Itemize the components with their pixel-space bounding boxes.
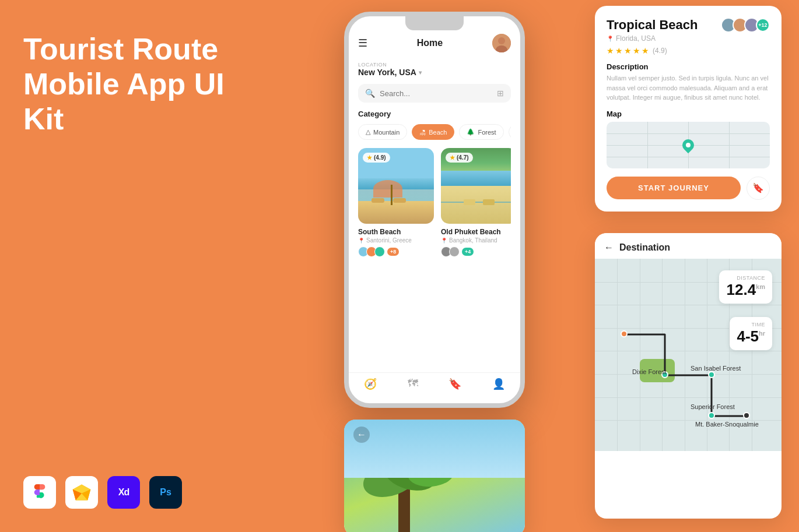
map-grid-line (647, 122, 648, 168)
destination-card-phuket[interactable]: ★ (4.7) Old Phuket Beach 📍 Bangkok, Thai… (441, 148, 511, 257)
location-value[interactable]: New York, USA ▾ (358, 68, 511, 77)
location-label: LOCATION (358, 62, 511, 68)
svg-point-7 (498, 37, 505, 44)
pin-icon: 📍 (441, 238, 447, 244)
destination-image-1: ★ (4.9) (358, 148, 434, 224)
bottom-card-back-row: ← (353, 427, 370, 443)
xd-icon: Xd (107, 476, 140, 509)
nav-map[interactable]: 🗺 (408, 378, 418, 390)
bottom-navigation: 🧭 🗺 🔖 👤 (349, 372, 520, 395)
destination-location-1: 📍 Santorini, Greece (358, 237, 434, 244)
distance-value: 12.4km (726, 281, 765, 299)
sky (344, 420, 525, 478)
route-stop-3-dot (708, 412, 715, 419)
route-label-superior: Superior Forest (691, 403, 735, 410)
mountain-icon: △ (366, 128, 370, 136)
detail-participants: +12 (721, 17, 770, 33)
location-section: LOCATION New York, USA ▾ (358, 62, 511, 77)
more-participants-2: +4 (462, 248, 474, 256)
rating-badge-2: ★ (4.7) (446, 153, 473, 163)
category-city[interactable]: 🏙 (509, 124, 511, 140)
start-journey-button[interactable]: START JOURNEY (607, 177, 741, 199)
phone-screen: ☰ Home LOCATION New York, USA ▾ 🔍 ⊞ (349, 16, 520, 403)
route-label-mtbaker: Mt. Baker-Snoqualmie (695, 421, 759, 428)
star-1: ★ (607, 46, 614, 55)
map-pin-center (686, 143, 691, 147)
time-value: 4-5hr (737, 327, 765, 346)
rating-number: (4.9) (653, 47, 667, 55)
route-label-sanisabel: San Isabel Forest (691, 365, 741, 372)
destination-name-1: South Beach (358, 228, 434, 236)
phone-header: ☰ Home (358, 34, 511, 52)
nav-profile[interactable]: 👤 (492, 378, 505, 390)
filter-icon[interactable]: ⊞ (497, 89, 504, 98)
category-label: Category (358, 110, 511, 118)
dropdown-arrow: ▾ (419, 69, 422, 76)
main-title: Tourist Route Mobile App UI Kit (23, 32, 268, 136)
star-4: ★ (633, 46, 640, 55)
detail-header-row: Tropical Beach 📍 Florida, USA +12 (607, 17, 770, 43)
participant-avatar (374, 246, 385, 257)
detail-card: Tropical Beach 📍 Florida, USA +12 ★ ★ ★ … (595, 6, 782, 212)
full-map[interactable]: Dixie Forest San Isabel Forest Superior … (595, 259, 782, 451)
user-avatar[interactable] (492, 34, 511, 52)
participant-count: +12 (756, 18, 770, 32)
destination-title: Destination (619, 242, 670, 253)
sketch-icon (65, 476, 98, 509)
search-icon: 🔍 (365, 89, 375, 98)
figma-icon (23, 476, 56, 509)
star-icon: ★ (367, 154, 372, 161)
left-panel: Tourist Route Mobile App UI Kit (23, 32, 268, 136)
bottom-back-button[interactable]: ← (353, 427, 370, 443)
location-pin-icon: 📍 (607, 36, 614, 42)
destination-cards: ★ (4.9) South Beach 📍 Santorini, Greece … (358, 148, 511, 257)
destination-map-card: ← Destination (595, 233, 782, 519)
center-phone: ☰ Home LOCATION New York, USA ▾ 🔍 ⊞ (344, 12, 525, 408)
category-forest[interactable]: 🌲 Forest (459, 124, 503, 140)
back-button[interactable]: ← (604, 242, 614, 253)
ps-icon: Ps (149, 476, 182, 509)
nav-explore[interactable]: 🧭 (364, 378, 377, 390)
star-2: ★ (615, 46, 623, 55)
detail-location: 📍 Florida, USA (607, 34, 698, 43)
destination-card-south-beach[interactable]: ★ (4.9) South Beach 📍 Santorini, Greece … (358, 148, 434, 257)
search-bar[interactable]: 🔍 ⊞ (358, 84, 511, 103)
category-mountain[interactable]: △ Mountain (358, 124, 407, 140)
distance-info-box: DISTANCE 12.4km (719, 270, 772, 304)
menu-icon[interactable]: ☰ (358, 37, 367, 50)
map-preview[interactable] (607, 122, 770, 168)
description-label: Description (607, 62, 770, 71)
bookmark-button[interactable]: 🔖 (747, 177, 770, 200)
pin-icon: 📍 (358, 238, 365, 244)
forest-icon: 🌲 (467, 128, 475, 136)
category-beach[interactable]: 🏖 Beach (412, 124, 454, 140)
search-input[interactable] (380, 89, 492, 98)
route-end-dot (743, 412, 750, 419)
route-label-dixie: Dixie Forest (632, 368, 667, 375)
bottom-partial-card: ← (344, 420, 525, 532)
more-participants: +8 (387, 248, 399, 256)
map-grid-line (729, 122, 730, 168)
beach-icon: 🏖 (419, 129, 426, 136)
map-card-header: ← Destination (595, 233, 782, 259)
tool-icons-row: Xd Ps (23, 476, 182, 509)
star-3: ★ (624, 46, 632, 55)
categories-row: △ Mountain 🏖 Beach 🌲 Forest 🏙 (358, 124, 511, 140)
detail-title-section: Tropical Beach 📍 Florida, USA (607, 17, 698, 43)
route-stop-2-dot (708, 371, 715, 378)
participants-1: +8 (358, 246, 434, 257)
time-info-box: TIME 4-5hr (730, 317, 772, 350)
star-5: ★ (642, 46, 649, 55)
star-icon: ★ (450, 154, 455, 161)
nav-bookmark[interactable]: 🔖 (448, 378, 461, 390)
participant-avatar (449, 246, 460, 257)
participants-2: +4 (441, 246, 511, 257)
detail-title: Tropical Beach (607, 17, 698, 33)
destination-location-2: 📍 Bangkok, Thailand (441, 237, 511, 244)
rating-badge-1: ★ (4.9) (363, 153, 390, 163)
screen-title: Home (417, 38, 443, 48)
destination-image-2: ★ (4.7) (441, 148, 511, 224)
route-start-dot (621, 330, 628, 337)
destination-name-2: Old Phuket Beach (441, 228, 511, 236)
action-row: START JOURNEY 🔖 (607, 177, 770, 200)
